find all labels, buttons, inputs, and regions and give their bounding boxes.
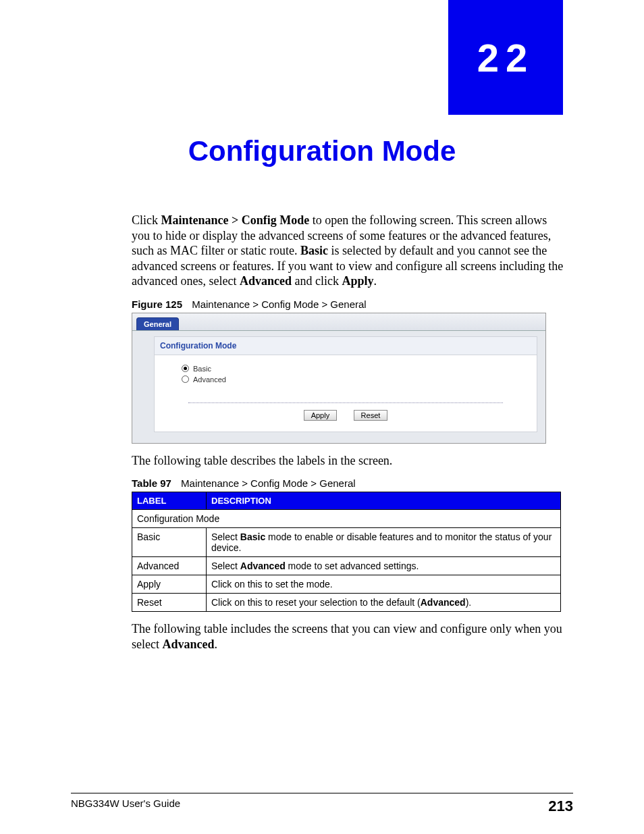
radio-advanced-label: Advanced: [193, 375, 226, 384]
radio-icon: [182, 375, 189, 383]
desc-text: Click on this to reset your selection to…: [211, 597, 421, 608]
desc-text: mode to set advanced settings.: [286, 561, 419, 571]
footer-guide: NBG334W User's Guide: [71, 798, 180, 815]
intro-text: and click: [292, 274, 342, 288]
desc-bold: Advanced: [421, 597, 466, 608]
desc-text: ).: [466, 597, 472, 608]
row-desc: Select Advanced mode to set advanced set…: [207, 557, 561, 575]
radio-icon: [182, 365, 189, 372]
divider: [188, 402, 503, 403]
intro-basic: Basic: [300, 244, 328, 257]
tab-row: General: [132, 313, 545, 331]
figure-label: Figure 125: [132, 298, 182, 310]
table-row: Reset Click on this to reset your select…: [132, 594, 561, 612]
header-description: DESCRIPTION: [207, 492, 561, 510]
page-footer: NBG334W User's Guide 213: [71, 793, 573, 815]
chapter-title: Configuration Mode: [0, 135, 644, 167]
intro-text: Click: [132, 213, 161, 227]
after-figure-text: The following table describes the labels…: [132, 453, 564, 469]
radio-group: Basic Advanced: [155, 355, 537, 396]
row-label: Apply: [132, 575, 207, 594]
table-section-row: Configuration Mode: [132, 510, 561, 528]
section-heading: Configuration Mode: [155, 337, 537, 355]
radio-advanced[interactable]: Advanced: [182, 375, 516, 384]
table-label: Table 97: [132, 477, 171, 489]
config-panel: Configuration Mode Basic Advanced Apply …: [154, 336, 537, 432]
figure-caption: Figure 125 Maintenance > Config Mode > G…: [132, 298, 564, 310]
chapter-number: 22: [477, 35, 535, 80]
radio-basic-label: Basic: [193, 365, 211, 373]
intro-nav: Maintenance > Config Mode: [161, 213, 310, 227]
intro-advanced: Advanced: [240, 274, 292, 288]
table-row: Apply Click on this to set the mode.: [132, 575, 561, 594]
description-table: LABEL DESCRIPTION Configuration Mode Bas…: [132, 492, 561, 612]
intro-text: .: [373, 274, 377, 288]
desc-bold: Basic: [240, 531, 265, 542]
desc-text: Select: [211, 531, 240, 542]
tab-general[interactable]: General: [136, 317, 179, 330]
row-desc: Select Basic mode to enable or disable f…: [207, 528, 561, 557]
after-table-run: .: [215, 637, 218, 651]
radio-basic[interactable]: Basic: [182, 365, 516, 373]
desc-text: Select: [211, 561, 240, 571]
table-row: Advanced Select Advanced mode to set adv…: [132, 557, 561, 575]
footer-page-number: 213: [548, 798, 573, 815]
row-desc: Click on this to set the mode.: [207, 575, 561, 594]
row-label: Basic: [132, 528, 207, 557]
row-desc: Click on this to reset your selection to…: [207, 594, 561, 612]
after-table-text: The following table includes the screens…: [132, 621, 564, 652]
header-label: LABEL: [132, 492, 207, 510]
table-row: Basic Select Basic mode to enable or dis…: [132, 528, 561, 557]
table-caption: Table 97 Maintenance > Config Mode > Gen…: [132, 477, 564, 489]
figure-caption-text: Maintenance > Config Mode > General: [192, 298, 367, 310]
section-cell: Configuration Mode: [132, 510, 561, 528]
reset-button[interactable]: Reset: [354, 410, 388, 421]
table-header-row: LABEL DESCRIPTION: [132, 492, 561, 510]
desc-bold: Advanced: [240, 561, 286, 571]
config-screenshot: General Configuration Mode Basic Advance…: [132, 313, 546, 444]
button-row: Apply Reset: [155, 409, 537, 432]
table-caption-text: Maintenance > Config Mode > General: [181, 477, 356, 489]
after-table-bold: Advanced: [162, 637, 214, 651]
chapter-number-box: 22: [448, 0, 563, 115]
apply-button[interactable]: Apply: [304, 410, 338, 421]
intro-paragraph: Click Maintenance > Config Mode to open …: [132, 213, 564, 289]
row-label: Reset: [132, 594, 207, 612]
row-label: Advanced: [132, 557, 207, 575]
desc-text: Click on this to set the mode.: [211, 579, 333, 590]
intro-apply: Apply: [342, 274, 373, 288]
